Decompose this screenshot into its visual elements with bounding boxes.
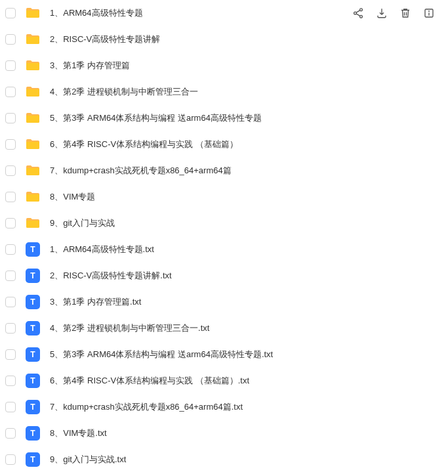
file-list: 1、ARM64高级特性专题2、RISC-V高级特性专题讲解3、第1季 内存管理篇… — [0, 0, 448, 473]
checkbox[interactable] — [5, 323, 16, 334]
file-name[interactable]: 6、第4季 RISC-V体系结构编程与实践 （基础篇）.txt — [50, 375, 443, 387]
file-row[interactable]: T6、第4季 RISC-V体系结构编程与实践 （基础篇）.txt — [0, 368, 448, 394]
folder-icon — [25, 110, 41, 126]
txt-file-icon: T — [25, 347, 41, 362]
checkbox[interactable] — [5, 244, 16, 255]
file-name[interactable]: 3、第1季 内存管理篇 — [50, 60, 443, 72]
file-name[interactable]: 7、kdump+crash实战死机专题x86_64+arm64篇 — [50, 165, 443, 177]
folder-icon — [25, 163, 41, 179]
folder-icon — [25, 137, 41, 152]
checkbox[interactable] — [5, 297, 16, 307]
checkbox[interactable] — [5, 60, 16, 71]
file-name[interactable]: 1、ARM64高级特性专题.txt — [50, 244, 443, 255]
file-name[interactable]: 9、git入门与实战.txt — [50, 454, 443, 465]
txt-badge: T — [26, 347, 40, 362]
file-name[interactable]: 1、ARM64高级特性专题 — [50, 7, 352, 19]
svg-point-2 — [360, 15, 363, 18]
txt-file-icon: T — [25, 452, 41, 467]
checkbox[interactable] — [5, 192, 16, 202]
share-icon[interactable] — [352, 7, 364, 19]
file-row[interactable]: T2、RISC-V高级特性专题讲解.txt — [0, 263, 448, 289]
file-name[interactable]: 5、第3季 ARM64体系结构与编程 送arm64高级特性专题.txt — [50, 349, 443, 360]
checkbox[interactable] — [5, 218, 16, 228]
svg-point-1 — [354, 12, 357, 14]
file-row[interactable]: T9、git入门与实战.txt — [0, 446, 448, 473]
folder-icon — [25, 58, 41, 74]
checkbox[interactable] — [5, 87, 16, 97]
txt-badge: T — [26, 242, 40, 257]
svg-point-0 — [360, 9, 363, 11]
txt-file-icon: T — [25, 294, 41, 310]
file-name[interactable]: 7、kdump+crash实战死机专题x86_64+arm64篇.txt — [50, 401, 443, 413]
txt-badge: T — [26, 400, 40, 414]
folder-icon — [25, 32, 41, 47]
txt-badge: T — [26, 452, 40, 467]
file-name[interactable]: 5、第3季 ARM64体系结构与编程 送arm64高级特性专题 — [50, 112, 443, 124]
file-row[interactable]: T3、第1季 内存管理篇.txt — [0, 289, 448, 315]
txt-file-icon: T — [25, 242, 41, 257]
folder-icon — [25, 5, 41, 21]
txt-file-icon: T — [25, 320, 41, 336]
txt-badge: T — [26, 295, 40, 309]
file-row[interactable]: 9、git入门与实战 — [0, 210, 448, 236]
txt-badge: T — [26, 321, 40, 335]
checkbox[interactable] — [5, 139, 16, 150]
file-name[interactable]: 8、VIM专题 — [50, 191, 443, 203]
folder-icon — [25, 215, 41, 231]
download-icon[interactable] — [376, 7, 388, 19]
svg-point-6 — [429, 11, 430, 12]
file-name[interactable]: 4、第2季 进程锁机制与中断管理三合一.txt — [50, 322, 443, 334]
checkbox[interactable] — [5, 165, 16, 176]
checkbox[interactable] — [5, 8, 16, 18]
file-name[interactable]: 6、第4季 RISC-V体系结构编程与实践 （基础篇） — [50, 139, 443, 150]
checkbox[interactable] — [5, 428, 16, 439]
file-row[interactable]: T1、ARM64高级特性专题.txt — [0, 236, 448, 263]
txt-badge: T — [26, 269, 40, 283]
checkbox[interactable] — [5, 349, 16, 360]
file-row[interactable]: 8、VIM专题 — [0, 184, 448, 210]
file-name[interactable]: 2、RISC-V高级特性专题讲解.txt — [50, 270, 443, 282]
checkbox[interactable] — [5, 113, 16, 123]
file-row[interactable]: 4、第2季 进程锁机制与中断管理三合一 — [0, 79, 448, 105]
file-row[interactable]: T5、第3季 ARM64体系结构与编程 送arm64高级特性专题.txt — [0, 341, 448, 368]
file-name[interactable]: 8、VIM专题.txt — [50, 427, 443, 439]
folder-icon — [25, 189, 41, 205]
checkbox[interactable] — [5, 34, 16, 45]
file-row[interactable]: T4、第2季 进程锁机制与中断管理三合一.txt — [0, 315, 448, 341]
file-row[interactable]: T8、VIM专题.txt — [0, 420, 448, 446]
txt-file-icon: T — [25, 268, 41, 284]
txt-file-icon: T — [25, 399, 41, 415]
checkbox[interactable] — [5, 270, 16, 281]
folder-icon — [25, 84, 41, 100]
trash-icon[interactable] — [399, 7, 411, 19]
checkbox[interactable] — [5, 376, 16, 386]
svg-line-4 — [356, 14, 360, 16]
file-name[interactable]: 2、RISC-V高级特性专题讲解 — [50, 33, 443, 45]
file-row[interactable]: 7、kdump+crash实战死机专题x86_64+arm64篇 — [0, 158, 448, 184]
more-icon[interactable] — [423, 7, 435, 19]
row-actions — [352, 7, 443, 19]
txt-badge: T — [26, 426, 40, 441]
txt-badge: T — [26, 374, 40, 388]
svg-line-3 — [356, 11, 360, 12]
txt-file-icon: T — [25, 425, 41, 441]
file-row[interactable]: 2、RISC-V高级特性专题讲解 — [0, 26, 448, 53]
file-row[interactable]: 3、第1季 内存管理篇 — [0, 53, 448, 79]
checkbox[interactable] — [5, 402, 16, 412]
checkbox[interactable] — [5, 454, 16, 465]
txt-file-icon: T — [25, 373, 41, 389]
file-row[interactable]: 1、ARM64高级特性专题 — [0, 0, 448, 26]
file-name[interactable]: 4、第2季 进程锁机制与中断管理三合一 — [50, 86, 443, 98]
file-name[interactable]: 3、第1季 内存管理篇.txt — [50, 296, 443, 308]
file-row[interactable]: T7、kdump+crash实战死机专题x86_64+arm64篇.txt — [0, 394, 448, 420]
file-name[interactable]: 9、git入门与实战 — [50, 217, 443, 229]
file-row[interactable]: 6、第4季 RISC-V体系结构编程与实践 （基础篇） — [0, 131, 448, 158]
file-row[interactable]: 5、第3季 ARM64体系结构与编程 送arm64高级特性专题 — [0, 105, 448, 131]
